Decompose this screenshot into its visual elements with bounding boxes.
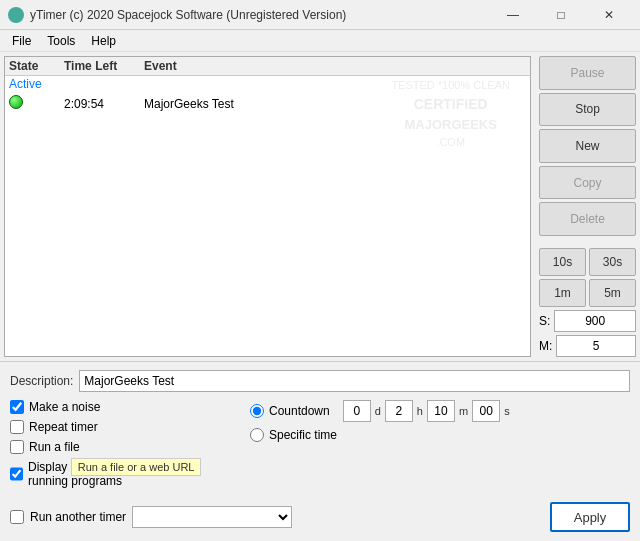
watermark-line4: .COM	[391, 134, 510, 151]
delete-button[interactable]: Delete	[539, 202, 636, 236]
display-top-label: Display Run a file or a web URL running …	[28, 460, 230, 488]
time-fields-row: d h m s	[343, 400, 510, 422]
active-dot-icon	[9, 95, 23, 109]
bottom-row: Run another timer Apply	[10, 502, 630, 532]
watermark-line3: MAJORGEEKS	[391, 115, 510, 135]
repeat-timer-row: Repeat timer	[10, 420, 230, 434]
row-state-cell	[9, 95, 64, 112]
app-title: yTimer (c) 2020 Spacejock Software (Unre…	[30, 8, 346, 22]
make-noise-label: Make a noise	[29, 400, 100, 414]
description-row: Description:	[10, 370, 630, 392]
col-header-time: Time Left	[64, 59, 144, 73]
menu-tools[interactable]: Tools	[39, 32, 83, 50]
right-panel: Pause Stop New Copy Delete 10s 30s 1m 5m…	[535, 52, 640, 361]
table-header: State Time Left Event	[5, 57, 530, 76]
copy-button[interactable]: Copy	[539, 166, 636, 200]
quick-time-row-2: 1m 5m	[539, 279, 636, 307]
days-label: d	[375, 405, 381, 417]
pause-button[interactable]: Pause	[539, 56, 636, 90]
run-file-label: Run a file	[29, 440, 80, 454]
new-button[interactable]: New	[539, 129, 636, 163]
lower-section: Description: Make a noise Repeat timer R…	[0, 362, 640, 541]
repeat-timer-label: Repeat timer	[29, 420, 98, 434]
hours-input[interactable]	[385, 400, 413, 422]
s-input[interactable]	[554, 310, 636, 332]
run-another-timer-checkbox[interactable]	[10, 510, 24, 524]
menu-help[interactable]: Help	[83, 32, 124, 50]
countdown-radio[interactable]	[250, 404, 264, 418]
specific-time-row: Specific time	[250, 428, 630, 442]
main-container: TESTED *100% CLEAN CERTIFIED MAJORGEEKS …	[0, 52, 640, 541]
timer-list-area: TESTED *100% CLEAN CERTIFIED MAJORGEEKS …	[4, 56, 531, 357]
right-options: Countdown d h m s Specific time	[250, 400, 630, 494]
btn-10s[interactable]: 10s	[539, 248, 586, 276]
m-row: M:	[539, 335, 636, 357]
left-options: Make a noise Repeat timer Run a file Dis…	[10, 400, 230, 494]
tooltip-box: Run a file or a web URL	[71, 458, 202, 476]
stop-button[interactable]: Stop	[539, 93, 636, 127]
display-top-row: Display Run a file or a web URL running …	[10, 460, 230, 488]
btn-5m[interactable]: 5m	[589, 279, 636, 307]
hours-label: h	[417, 405, 423, 417]
run-file-row: Run a file	[10, 440, 230, 454]
m-label: M:	[539, 339, 552, 353]
display-top-text: Display	[28, 460, 71, 474]
display-top-checkbox[interactable]	[10, 467, 23, 481]
countdown-row: Countdown d h m s	[250, 400, 630, 422]
run-file-checkbox[interactable]	[10, 440, 24, 454]
specific-time-radio[interactable]	[250, 428, 264, 442]
s-label: S:	[539, 314, 550, 328]
apply-button[interactable]: Apply	[550, 502, 630, 532]
active-label: Active	[5, 76, 530, 92]
description-input[interactable]	[79, 370, 630, 392]
row-event-cell: MajorGeeks Test	[144, 97, 526, 111]
specific-time-label: Specific time	[269, 428, 337, 442]
row-time-cell: 2:09:54	[64, 97, 144, 111]
title-bar-left: yTimer (c) 2020 Spacejock Software (Unre…	[8, 7, 346, 23]
quick-time-row-1: 10s 30s	[539, 248, 636, 276]
options-section: Make a noise Repeat timer Run a file Dis…	[10, 400, 630, 494]
days-input[interactable]	[343, 400, 371, 422]
title-bar: yTimer (c) 2020 Spacejock Software (Unre…	[0, 0, 640, 30]
make-noise-checkbox[interactable]	[10, 400, 24, 414]
run-another-timer-row: Run another timer	[10, 506, 292, 528]
repeat-timer-checkbox[interactable]	[10, 420, 24, 434]
make-noise-row: Make a noise	[10, 400, 230, 414]
menu-file[interactable]: File	[4, 32, 39, 50]
col-header-event: Event	[144, 59, 526, 73]
seconds-label: s	[504, 405, 510, 417]
seconds-input[interactable]	[472, 400, 500, 422]
s-row: S:	[539, 310, 636, 332]
menu-bar: File Tools Help	[0, 30, 640, 52]
window-controls: — □ ✕	[490, 0, 632, 30]
close-button[interactable]: ✕	[586, 0, 632, 30]
upper-section: TESTED *100% CLEAN CERTIFIED MAJORGEEKS …	[0, 52, 640, 362]
maximize-button[interactable]: □	[538, 0, 584, 30]
countdown-label: Countdown	[269, 404, 330, 418]
btn-30s[interactable]: 30s	[589, 248, 636, 276]
run-another-timer-dropdown[interactable]	[132, 506, 292, 528]
m-input[interactable]	[556, 335, 636, 357]
display-top-suffix: running programs	[28, 474, 122, 488]
app-icon	[8, 7, 24, 23]
col-header-state: State	[9, 59, 64, 73]
minimize-button[interactable]: —	[490, 0, 536, 30]
run-another-timer-label: Run another timer	[30, 510, 126, 524]
minutes-label: m	[459, 405, 468, 417]
minutes-input[interactable]	[427, 400, 455, 422]
description-label: Description:	[10, 374, 73, 388]
btn-1m[interactable]: 1m	[539, 279, 586, 307]
table-row[interactable]: 2:09:54 MajorGeeks Test	[5, 92, 530, 115]
